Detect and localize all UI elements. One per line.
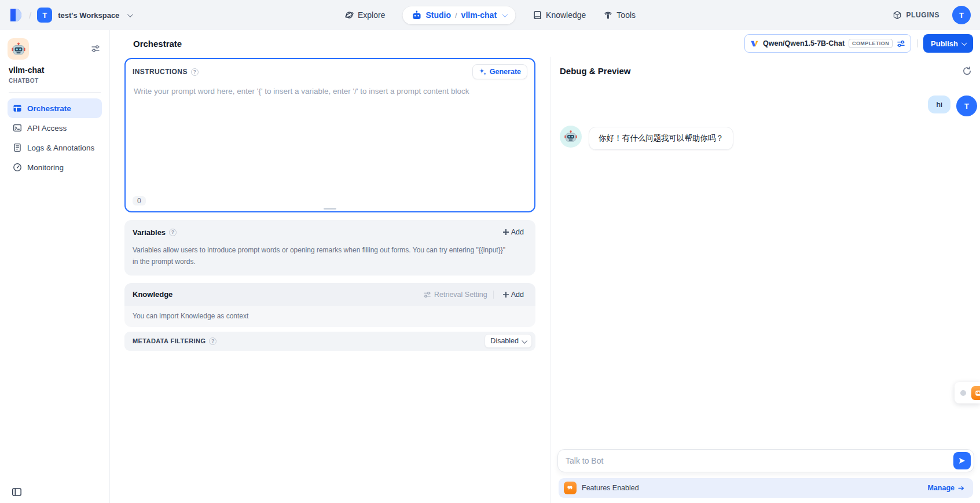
nav-knowledge[interactable]: Knowledge	[533, 10, 586, 20]
manage-label: Manage	[927, 484, 955, 492]
nav-studio-label: Studio	[425, 10, 451, 20]
talk-to-bot-input[interactable]	[557, 449, 974, 472]
assistant-message-bubble: 你好！有什么问题我可以帮助你吗？	[589, 127, 733, 150]
help-icon[interactable]	[169, 229, 177, 236]
publish-button[interactable]: Publish	[923, 34, 973, 53]
robot-emoji-icon	[11, 42, 26, 57]
chat-message-list: hi T	[550, 79, 980, 449]
model-settings-icon[interactable]	[897, 39, 905, 48]
chat-message-assistant: 你好！有什么问题我可以帮助你吗？	[560, 126, 975, 150]
page-header: Orchestrate Qwen/Qwen1.5-7B-Chat COMPLET…	[110, 30, 980, 57]
user-avatar: T	[956, 96, 977, 116]
restart-conversation-icon[interactable]	[962, 66, 972, 76]
nav-studio-active[interactable]: Studio / vllm-chat	[402, 6, 515, 24]
nav-explore[interactable]: Explore	[344, 10, 385, 20]
add-knowledge-button[interactable]: Add	[500, 288, 527, 301]
metadata-filtering-value: Disabled	[490, 337, 519, 345]
divider	[493, 291, 494, 299]
plus-icon	[503, 292, 509, 298]
plugins-button[interactable]: PLUGINS	[893, 10, 939, 20]
user-message-bubble: hi	[928, 96, 950, 113]
retrieval-setting-label: Retrieval Setting	[434, 291, 487, 299]
sparkles-icon	[479, 68, 487, 76]
chevron-down-icon	[522, 337, 527, 343]
nav-current-app[interactable]: vllm-chat	[461, 10, 497, 20]
app-icon[interactable]	[8, 38, 29, 60]
sidebar-item-label: Monitoring	[27, 163, 64, 172]
instructions-panel: INSTRUCTIONS Generate Write your prompt …	[124, 58, 535, 212]
gauge-icon	[13, 163, 22, 172]
vllm-logo-icon	[750, 39, 759, 48]
account-avatar[interactable]: T	[952, 6, 971, 24]
character-count: 0	[133, 196, 146, 205]
chevron-down-icon	[961, 40, 967, 46]
resize-handle[interactable]	[324, 208, 336, 210]
model-name: Qwen/Qwen1.5-7B-Chat	[763, 39, 845, 47]
sidebar-item-logs-annotations[interactable]: Logs & Annotations	[8, 138, 102, 157]
workspace-name[interactable]: test's Workspace	[58, 11, 119, 20]
workspace-avatar[interactable]: T	[37, 8, 52, 23]
sidebar-item-orchestrate[interactable]: Orchestrate	[8, 98, 102, 118]
chevron-down-icon	[127, 12, 133, 17]
manage-features-link[interactable]: Manage	[927, 484, 965, 492]
orchestrate-icon	[13, 104, 22, 113]
variables-panel: Variables Add Variables allow users to i…	[124, 220, 535, 276]
tools-icon	[603, 10, 612, 20]
sidebar-item-monitoring[interactable]: Monitoring	[8, 157, 102, 177]
chat-message-user: hi T	[560, 96, 975, 116]
sidebar-divider	[9, 92, 101, 93]
sidebar-item-api-access[interactable]: API Access	[8, 118, 102, 138]
add-variable-button[interactable]: Add	[500, 226, 527, 238]
plus-icon	[503, 229, 509, 235]
app-sidebar: vllm-chat CHATBOT Orchestrate API Access	[0, 30, 110, 503]
logs-icon	[13, 143, 22, 152]
variables-description: Variables allow users to introduce promp…	[133, 245, 527, 268]
app-settings-icon[interactable]	[91, 44, 100, 53]
sidebar-item-label: Orchestrate	[27, 104, 71, 113]
workspace-switcher[interactable]: / T test's Workspace	[9, 8, 131, 23]
nav-explore-label: Explore	[358, 10, 385, 20]
knowledge-title: Knowledge	[133, 290, 172, 299]
explore-icon	[344, 10, 354, 20]
variables-title: Variables	[133, 228, 177, 237]
model-selector[interactable]: Qwen/Qwen1.5-7B-Chat COMPLETION	[744, 34, 911, 53]
arrow-right-icon	[957, 484, 965, 492]
debug-preview-title: Debug & Preview	[560, 66, 631, 76]
knowledge-panel: Knowledge Retrieval Setting	[124, 283, 535, 327]
nav-knowledge-label: Knowledge	[546, 10, 586, 20]
send-icon	[958, 457, 966, 465]
plugins-label: PLUGINS	[906, 11, 939, 19]
sidebar-collapse-icon[interactable]	[12, 487, 22, 497]
metadata-filtering-dropdown[interactable]: Disabled	[485, 334, 532, 348]
orchestrate-config-panel: INSTRUCTIONS Generate Write your prompt …	[110, 57, 550, 503]
knowledge-description: You can import Knowledge as context	[124, 306, 535, 327]
help-icon[interactable]	[209, 337, 216, 345]
footer-spacer	[557, 498, 974, 503]
header-divider	[917, 39, 917, 47]
plugins-cube-icon	[893, 10, 902, 20]
instructions-input[interactable]: Write your prompt word here, enter '{' t…	[126, 83, 534, 190]
terminal-icon	[13, 123, 22, 133]
sidebar-item-label: Logs & Annotations	[27, 144, 94, 152]
nav-tools[interactable]: Tools	[603, 10, 636, 20]
sidebar-app-name: vllm-chat	[8, 65, 102, 75]
knowledge-icon	[533, 10, 542, 20]
help-icon[interactable]	[191, 68, 199, 76]
webapp-bubble-icon[interactable]	[971, 386, 980, 400]
robot-icon	[412, 10, 421, 20]
send-button[interactable]	[953, 452, 971, 469]
chevron-down-icon[interactable]	[502, 12, 508, 17]
nav-separator: /	[455, 11, 457, 20]
drag-handle-icon[interactable]	[960, 390, 966, 396]
page-title: Orchestrate	[133, 39, 182, 49]
metadata-filtering-row: METADATA FILTERING Disabled	[124, 332, 535, 351]
floating-widget[interactable]	[955, 382, 980, 403]
breadcrumb-separator: /	[29, 10, 31, 20]
retrieval-setting-button[interactable]: Retrieval Setting	[423, 291, 487, 299]
generate-button[interactable]: Generate	[472, 64, 527, 79]
chat-footer: Features Enabled Manage	[550, 449, 980, 503]
features-icon	[564, 482, 577, 494]
publish-label: Publish	[931, 39, 958, 48]
robot-emoji-icon	[564, 130, 578, 144]
main-nav: Explore Studio / vllm-chat Knowledge	[344, 0, 636, 30]
